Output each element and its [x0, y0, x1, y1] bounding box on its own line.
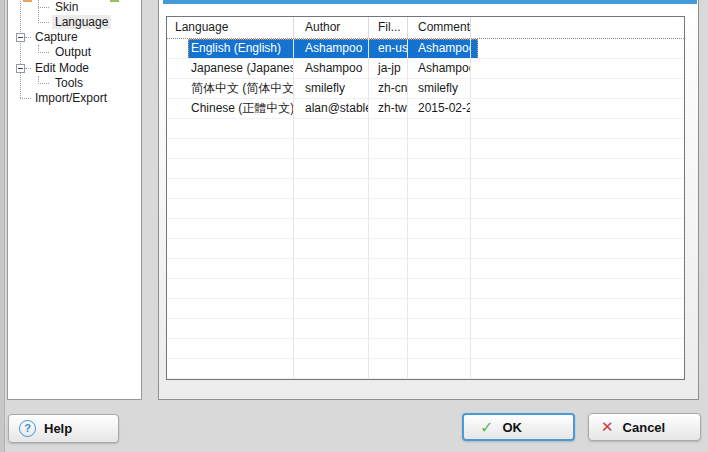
help-question-icon: ? — [19, 420, 36, 437]
language-listview[interactable]: Language Author Fil... Comment English (… — [166, 16, 685, 380]
empty-row — [167, 139, 684, 159]
tree-stub — [38, 7, 49, 8]
empty-row — [167, 319, 684, 339]
table-row-english[interactable]: English (English) Ashampoo en-us Ashampo… — [167, 39, 684, 59]
empty-row — [167, 179, 684, 199]
sidebar-item-tools[interactable]: Tools — [52, 76, 86, 91]
empty-row — [167, 259, 684, 279]
empty-row — [167, 279, 684, 299]
help-button[interactable]: ? Help — [8, 414, 119, 443]
column-header-file[interactable]: Fil... — [369, 17, 408, 38]
column-header-language[interactable]: Language — [167, 17, 294, 38]
window-left-edge — [0, 0, 5, 452]
tree-stub — [25, 68, 31, 69]
collapse-minus-icon[interactable] — [16, 64, 25, 73]
options-dialog: Skin Language Capture Output Edit Mode T… — [0, 0, 708, 452]
sidebar-item-language[interactable]: Language — [52, 15, 111, 30]
table-row-simplified-chinese[interactable]: 简体中文 (简体中文) smilefly zh-cn smilefly — [167, 79, 684, 99]
collapse-minus-icon[interactable] — [16, 33, 25, 42]
settings-tree-panel: Skin Language Capture Output Edit Mode T… — [7, 0, 142, 400]
tree-stub — [20, 98, 31, 99]
tree-stub — [38, 83, 49, 84]
empty-row — [167, 239, 684, 259]
sidebar-item-import-export[interactable]: Import/Export — [32, 91, 110, 106]
check-icon: ✓ — [480, 418, 493, 437]
empty-row — [167, 119, 684, 139]
cross-icon: ✕ — [601, 418, 614, 436]
cancel-button[interactable]: ✕ Cancel — [588, 413, 701, 441]
tree-stub — [38, 22, 49, 23]
empty-row — [167, 379, 684, 380]
tree-stub — [38, 52, 49, 53]
table-row-traditional-chinese[interactable]: Chinese (正體中文) alan@stable zh-tw 2015-02… — [167, 99, 684, 119]
panel-accent-strip — [163, 0, 697, 4]
column-header-author[interactable]: Author — [294, 17, 369, 38]
sidebar-item-capture[interactable]: Capture — [32, 30, 81, 45]
tree-stub — [25, 37, 31, 38]
language-settings-panel: Language Author Fil... Comment English (… — [158, 0, 699, 400]
ok-button-label: OK — [502, 420, 522, 435]
sidebar-item-output[interactable]: Output — [52, 45, 94, 60]
tree-root-line — [20, 0, 21, 98]
empty-row — [167, 199, 684, 219]
empty-row — [167, 219, 684, 239]
column-header-filler — [471, 17, 684, 38]
tree-child-line — [38, 0, 39, 23]
sidebar-item-edit-mode[interactable]: Edit Mode — [32, 61, 92, 76]
clipped-status-icon — [110, 0, 119, 2]
column-header-comment[interactable]: Comment — [408, 17, 471, 38]
ok-button[interactable]: ✓ OK — [462, 413, 575, 441]
sidebar-item-skin[interactable]: Skin — [52, 0, 81, 15]
help-button-label: Help — [44, 421, 72, 436]
listview-header: Language Author Fil... Comment — [167, 17, 684, 39]
table-row-japanese[interactable]: Japanese (Japanese) Ashampoo ja-jp Asham… — [167, 59, 684, 79]
settings-tree: Skin Language Capture Output Edit Mode T… — [8, 0, 141, 399]
empty-row — [167, 339, 684, 359]
cancel-button-label: Cancel — [623, 420, 666, 435]
empty-row — [167, 359, 684, 379]
empty-row — [167, 299, 684, 319]
clipped-folder-icon — [23, 0, 32, 2]
empty-row — [167, 159, 684, 179]
